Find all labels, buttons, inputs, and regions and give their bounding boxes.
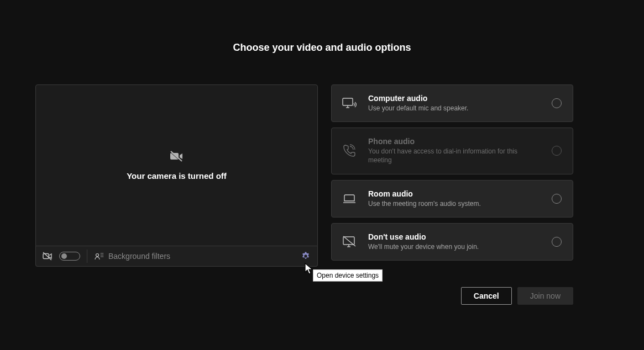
audio-options-list: Computer audio Use your default mic and … [331, 84, 573, 261]
audio-option-computer[interactable]: Computer audio Use your default mic and … [331, 84, 573, 122]
footer-buttons: Cancel Join now [461, 287, 573, 305]
option-title: Computer audio [368, 94, 542, 103]
user-blur-icon [94, 252, 104, 261]
pre-join-screen: Choose your video and audio options Your… [0, 0, 644, 350]
monitor-off-icon [341, 235, 358, 248]
svg-point-8 [102, 254, 103, 256]
camera-off-small-icon [43, 252, 53, 261]
option-title: Room audio [368, 189, 542, 198]
option-desc: You don't have access to dial-in informa… [368, 147, 542, 165]
page-title: Choose your video and audio options [0, 42, 644, 54]
svg-point-7 [101, 254, 102, 256]
option-desc: We'll mute your device when you join. [368, 242, 542, 251]
svg-point-5 [101, 253, 102, 254]
gear-icon[interactable] [301, 251, 311, 261]
option-desc: Use your default mic and speaker. [368, 104, 542, 113]
svg-point-4 [96, 254, 99, 257]
radio-indicator [552, 146, 562, 156]
radio-indicator [552, 98, 562, 108]
option-title: Phone audio [368, 137, 542, 146]
option-title: Don't use audio [368, 232, 542, 241]
background-filters-button[interactable]: Background filters [94, 252, 294, 261]
option-desc: Use the meeting room's audio system. [368, 199, 542, 208]
video-preview-panel: Your camera is turned off [35, 84, 318, 246]
camera-off-icon [170, 150, 184, 162]
camera-toggle[interactable] [59, 252, 80, 261]
svg-point-10 [102, 256, 103, 257]
room-device-icon [341, 193, 358, 205]
join-now-button[interactable]: Join now [517, 287, 573, 305]
video-controls-bar: Background filters [35, 246, 318, 267]
audio-option-room[interactable]: Room audio Use the meeting room's audio … [331, 180, 573, 218]
audio-option-phone: Phone audio You don't have access to dia… [331, 128, 573, 174]
divider [87, 250, 87, 263]
tooltip: Open device settings [313, 269, 383, 282]
svg-rect-11 [343, 98, 353, 105]
radio-indicator [552, 237, 562, 247]
monitor-speaker-icon [341, 97, 358, 110]
camera-off-text: Your camera is turned off [127, 171, 227, 181]
phone-icon [341, 144, 358, 158]
audio-option-none[interactable]: Don't use audio We'll mute your device w… [331, 223, 573, 261]
cancel-button[interactable]: Cancel [461, 287, 512, 305]
svg-point-9 [101, 256, 102, 257]
background-filters-label: Background filters [108, 252, 170, 261]
svg-point-6 [102, 253, 103, 254]
radio-indicator [552, 194, 562, 204]
